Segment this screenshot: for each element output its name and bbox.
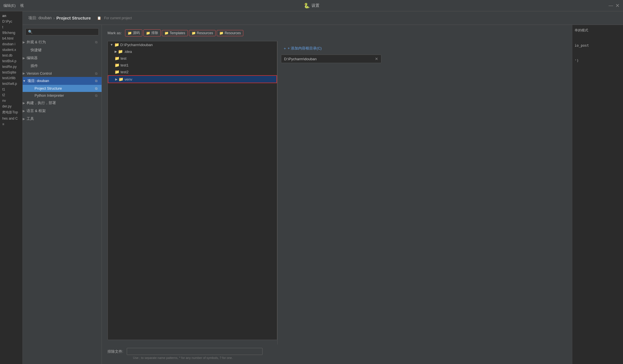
add-root-button[interactable]: + + 添加内容根目录(C)	[281, 44, 381, 52]
copy-icon-vc: ⧉	[95, 72, 98, 76]
exclude-label: 排除文件:	[108, 349, 123, 354]
file-item-14[interactable]: nv	[0, 98, 22, 104]
tree-item-test[interactable]: 📁 test	[108, 55, 277, 62]
code-line-2	[575, 38, 621, 43]
file-item-1[interactable]: t	[0, 24, 22, 30]
tree-item-root[interactable]: ▼ 📁 D:\Pycharm\douban	[108, 41, 277, 48]
code-line-0: 串的模式	[575, 28, 621, 33]
copy-icon-appearance: ⧉	[95, 40, 98, 44]
file-item-10[interactable]: testUrllib	[0, 75, 22, 81]
dialog-header: 项目: douban › Project Structure 📋 For cur…	[23, 11, 623, 25]
file-item-5[interactable]: student.x	[0, 47, 22, 53]
mark-as-test-resources-btn[interactable]: 📁 Resources	[217, 30, 243, 36]
nav-item-editor[interactable]: ▶ 编辑器	[23, 54, 102, 62]
nav-label-shortcuts: 快捷键	[31, 48, 42, 53]
mark-as-resources-btn[interactable]: 📁 Resources	[189, 30, 216, 36]
tree-and-right: ▼ 📁 D:\Pycharm\douban ▶ 📁 .idea 📁	[108, 41, 566, 344]
file-item-7[interactable]: testBs4.p	[0, 58, 22, 64]
nav-label-appearance: 外观 & 行为	[27, 40, 46, 45]
expand-arrow-appearance: ▶	[23, 40, 25, 44]
menu-bar: 编辑(E) 视	[0, 0, 26, 11]
file-item-16[interactable]: 爬电影Top	[0, 109, 22, 116]
breadcrumb-parent: 项目: douban	[28, 16, 52, 21]
expand-arrow-build: ▶	[23, 101, 25, 105]
nav-item-language[interactable]: ▶ 语言 & 框架	[23, 107, 102, 115]
menu-edit[interactable]: 编辑(E)	[1, 0, 18, 11]
close-button[interactable]: ✕	[615, 3, 620, 9]
resources-folder-icon: 📁	[192, 31, 196, 35]
tree-item-test1[interactable]: 📁 test1	[108, 62, 277, 68]
copy-icon-project: ⧉	[95, 79, 98, 83]
nav-item-python-interpreter[interactable]: Python Interpreter ⧉	[23, 92, 102, 99]
file-item-18[interactable]: ≡	[0, 121, 22, 127]
nav-item-appearance[interactable]: ▶ 外观 & 行为 ⧉	[23, 38, 102, 46]
file-item-11[interactable]: testXwlt.p	[0, 81, 22, 87]
nav-item-plugins[interactable]: 插件	[23, 62, 102, 70]
root-entry-path: D:\Pycharm\douban	[284, 57, 317, 61]
mark-as-row: Mark as: 📁 源码 📁 排除 📁 Templates 📁	[108, 29, 566, 36]
mark-as-label: Mark as:	[108, 31, 122, 35]
expand-arrow-vc: ▶	[23, 72, 25, 75]
exclude-folder-icon: 📁	[146, 31, 150, 35]
nav-label-structure: Project Structure	[35, 86, 62, 91]
folder-icon-test1: 📁	[115, 63, 119, 67]
nav-label-project: 项目: douban	[27, 78, 49, 83]
right-panel: + + 添加内容根目录(C) D:\Pycharm\douban ✕	[277, 41, 385, 344]
file-item-13[interactable]: t2	[0, 92, 22, 98]
tree-item-idea[interactable]: ▶ 📁 .idea	[108, 48, 277, 55]
file-item-9[interactable]: testSqlite	[0, 70, 22, 75]
dialog-body: ▶ 外观 & 行为 ⧉ 快捷键 ▶ 编辑器 插件 ▶ Version Contr…	[23, 25, 623, 364]
file-item-2[interactable]: 99cheng	[0, 30, 22, 36]
mark-as-templates-btn[interactable]: 📁 Templates	[162, 30, 188, 36]
tree-item-test2[interactable]: 📁 test2	[108, 68, 277, 75]
mark-as-exclude-btn[interactable]: 📁 排除	[143, 29, 161, 36]
search-input[interactable]	[25, 28, 99, 35]
file-item-0[interactable]: D:\Pyc	[0, 19, 22, 24]
file-panel-header: an	[0, 13, 22, 19]
arrow-idea: ▶	[115, 50, 117, 53]
tree-label-venv: venv	[124, 77, 132, 81]
nav-item-build[interactable]: ▶ 构建，执行，部署	[23, 99, 102, 107]
code-line-1	[575, 33, 621, 38]
exclude-hint: Use ; to separate name patterns, * for a…	[108, 356, 566, 359]
file-item-8[interactable]: testRe.py	[0, 64, 22, 70]
tree-label-test1: test1	[121, 63, 128, 67]
nav-item-project-structure[interactable]: Project Structure ⧉	[23, 85, 102, 92]
file-item-4[interactable]: douban i	[0, 41, 22, 47]
tree-label-idea: .idea	[124, 49, 132, 54]
file-item-12[interactable]: t1	[0, 87, 22, 92]
breadcrumb-sep: ›	[53, 16, 55, 20]
file-item-3[interactable]: b4.html	[0, 36, 22, 41]
file-item-17[interactable]: hes and C	[0, 116, 22, 121]
templates-folder-icon: 📁	[164, 31, 169, 35]
copy-icon-structure: ⧉	[95, 87, 98, 91]
menu-view[interactable]: 视	[18, 0, 26, 11]
mark-as-source-btn[interactable]: 📁 源码	[125, 29, 142, 36]
nav-item-shortcuts[interactable]: 快捷键	[23, 46, 102, 54]
code-line-5	[575, 53, 621, 58]
resources-btn-label: Resources	[197, 31, 213, 35]
code-panel: 串的模式 io_post ')	[572, 25, 623, 364]
root-entry-close[interactable]: ✕	[375, 57, 378, 61]
exclude-input[interactable]	[127, 348, 263, 355]
expand-arrow-tools: ▶	[23, 117, 25, 121]
tree-label-test: test	[121, 56, 126, 61]
minimize-button[interactable]: —	[609, 3, 613, 8]
file-item-15[interactable]: der.py	[0, 104, 22, 109]
tree-item-venv[interactable]: ▶ 📁 venv	[108, 75, 277, 83]
add-icon: +	[284, 46, 286, 51]
file-item-6[interactable]: test.db	[0, 53, 22, 58]
nav-item-versioncontrol[interactable]: ▶ Version Control ⧉	[23, 70, 102, 77]
folder-icon-test: 📁	[115, 56, 119, 61]
test-resources-folder-icon: 📁	[219, 31, 224, 35]
nav-item-project[interactable]: ▼ 项目: douban ⧉	[23, 77, 102, 85]
test-resources-btn-label: Resources	[225, 31, 241, 35]
breadcrumb-desc-icon: 📋	[97, 16, 101, 20]
main-layout: an D:\Pyc t 99cheng b4.html douban i stu…	[0, 11, 623, 364]
settings-dialog: 项目: douban › Project Structure 📋 For cur…	[23, 11, 623, 364]
breadcrumb-current: Project Structure	[56, 16, 91, 20]
copy-icon-python: ⧉	[95, 94, 98, 98]
title-bar: 编辑(E) 视 🐍 设置 — ✕	[0, 0, 623, 11]
nav-item-tools[interactable]: ▶ 工具	[23, 115, 102, 123]
nav-label-tools: 工具	[27, 116, 34, 121]
